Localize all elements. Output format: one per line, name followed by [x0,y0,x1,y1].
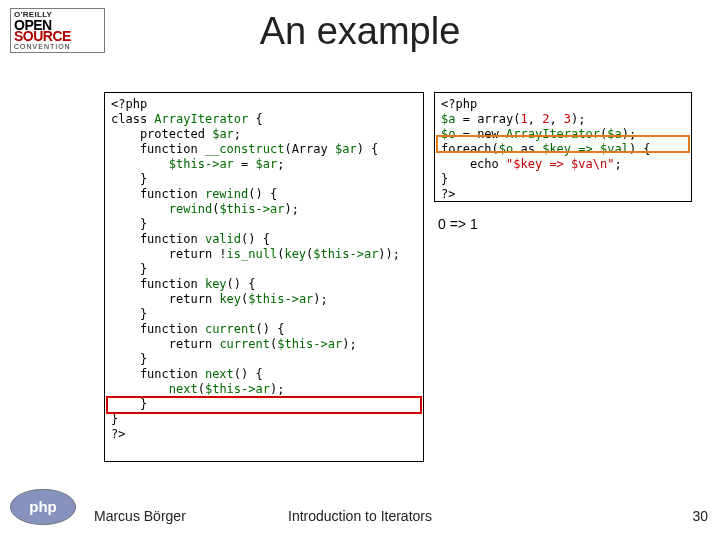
code-token: ( [198,382,205,396]
code-line: } [111,352,147,366]
code-token: ar [328,337,342,351]
code-token: function [111,142,205,156]
code-token: function [111,187,205,201]
code-token [111,202,169,216]
code-token: ) { [629,142,651,156]
code-token: ArrayIterator [154,112,255,126]
code-token: $ar [256,157,278,171]
code-token: $this [277,337,313,351]
code-token: -> [241,382,255,396]
code-token: ArrayIterator [506,127,600,141]
code-token: $this [219,202,255,216]
code-line: } [111,412,118,426]
code-token: $a [607,127,621,141]
code-token: function [111,367,205,381]
code-token: -> [256,202,270,216]
code-block-right: <?php $a = array(1, 2, 3); $o = new Arra… [434,92,692,202]
code-token: echo [441,157,506,171]
code-token: ); [342,337,356,351]
code-token: () { [248,187,277,201]
slide-title: An example [0,10,720,53]
code-token: () { [227,277,256,291]
code-token: rewind [205,187,248,201]
code-token: __construct [205,142,284,156]
code-token: = [241,157,255,171]
code-token: = new [463,127,506,141]
code-line: <?php [111,97,147,111]
footer-title: Introduction to Iterators [0,508,720,524]
code-token: = array( [463,112,521,126]
code-token: 3 [564,112,571,126]
code-token: => [578,142,600,156]
code-token: () { [234,367,263,381]
code-token: current [219,337,270,351]
code-token: $key [542,142,578,156]
code-token: ); [284,202,298,216]
code-token: ); [571,112,585,126]
code-token: function [111,277,205,291]
code-token: $this [313,247,349,261]
code-token: key [284,247,306,261]
code-token: -> [284,292,298,306]
code-token: ; [614,157,621,171]
code-token: ar [299,292,313,306]
code-token: next [169,382,198,396]
code-token: ) { [357,142,379,156]
code-token: foreach( [441,142,499,156]
code-block-left: <?php class ArrayIterator { protected $a… [104,92,424,462]
code-token: ); [622,127,636,141]
code-token: $this [205,382,241,396]
code-line: } [441,172,448,186]
code-token: $val [600,142,629,156]
code-token: is_null [227,247,278,261]
code-token: ); [313,292,327,306]
code-token: ar [270,202,284,216]
code-token: function [111,232,205,246]
code-token: ar [256,382,270,396]
footer-page-number: 30 [692,508,708,524]
code-token: () { [256,322,285,336]
code-token: function [111,322,205,336]
code-token: $o [499,142,521,156]
code-token: current [205,322,256,336]
code-token: ; [277,157,284,171]
code-token: ar [364,247,378,261]
code-line: ?> [441,187,455,201]
code-line: } [111,172,147,186]
code-token: ; [234,127,241,141]
code-line: ?> [111,427,125,441]
code-token: -> [313,337,327,351]
code-token: return ! [111,247,227,261]
code-token: ar [219,157,241,171]
code-line: } [111,397,147,411]
code-token: "$key => $va\n" [506,157,614,171]
code-token: $ar [212,127,234,141]
code-token: $a [441,112,463,126]
code-token: class [111,112,154,126]
output-text: 0 => 1 [438,216,478,232]
code-token: $this [248,292,284,306]
code-token: -> [205,157,219,171]
code-token: key [219,292,241,306]
code-token: $ar [335,142,357,156]
code-line: <?php [441,97,477,111]
code-token: () { [241,232,270,246]
code-token [111,157,169,171]
code-line: } [111,217,147,231]
code-line: } [111,307,147,321]
code-token: -> [349,247,363,261]
code-token: $o [441,127,463,141]
code-token: $this [169,157,205,171]
code-token: { [256,112,263,126]
code-token: return [111,292,219,306]
code-token [111,382,169,396]
code-token: 1 [520,112,527,126]
code-token: valid [205,232,241,246]
code-token: protected [111,127,212,141]
code-token: rewind [169,202,212,216]
code-token: key [205,277,227,291]
code-token: as [520,142,542,156]
code-token: (Array [284,142,335,156]
code-token: ); [270,382,284,396]
code-token: next [205,367,234,381]
